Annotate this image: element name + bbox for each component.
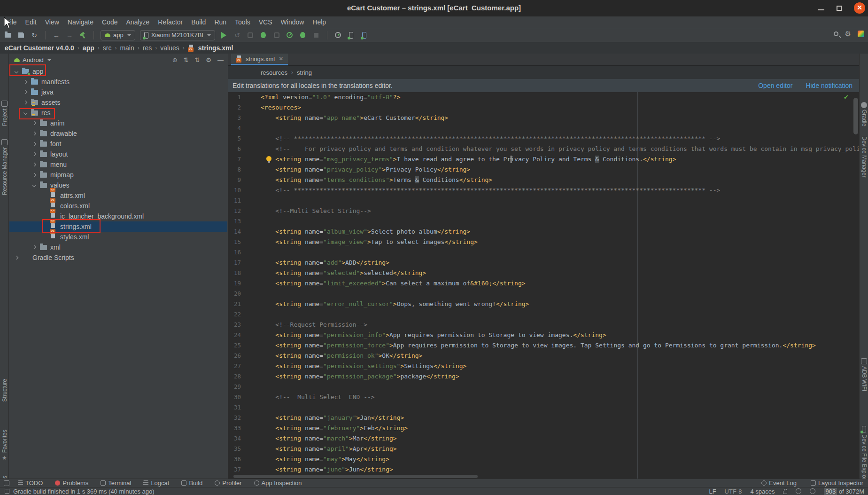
code-line[interactable]: 30 <!-- Multi Select END --> [228,392,859,402]
menu-build[interactable]: Build [187,18,210,26]
notification-action-hide-notification[interactable]: Hide notification [806,82,852,89]
menu-run[interactable]: Run [210,18,231,26]
code-line[interactable]: 28 <string name="permission_package">pac… [228,371,859,382]
sidebar-item-device-file-explorer[interactable]: Device File Explorer [860,426,868,485]
tree-item-colors.xml[interactable]: <>colors.xml [9,201,227,211]
device-select[interactable]: Xiaomi M2101K7BI [140,30,215,40]
profile-icon[interactable] [286,31,294,39]
notification-action-open-editor[interactable]: Open editor [758,82,792,89]
code-line[interactable]: 36 <string name="may">May</string> [228,454,859,464]
sync-gradle-icon[interactable] [334,31,342,39]
inspections-level-icon[interactable] [796,488,801,494]
toolwindow-profiler[interactable]: Profiler [215,479,241,487]
tree-item-values[interactable]: values [9,180,227,190]
breadcrumb-segment[interactable]: values [160,44,179,52]
toolwindow-layout-inspector[interactable]: Layout Inspector [811,479,863,487]
tree-item-attrs.xml[interactable]: <>attrs.xml [9,190,227,201]
expand-all-icon[interactable]: ⇅ [184,56,189,63]
whats-new-icon[interactable] [858,31,864,37]
tree-item-styles.xml[interactable]: <>styles.xml [9,232,227,242]
maximize-button[interactable] [837,6,842,11]
code-line[interactable]: 3 <string name="app_name">eCart Customer… [228,113,859,123]
toolwindow-todo[interactable]: TODO [18,479,43,487]
code-line[interactable]: 24 <string name="permission_info">App re… [228,330,859,340]
sdk-manager-icon[interactable] [360,31,369,39]
code-line[interactable]: 33 <string name="february">Feb</string> [228,423,859,433]
expand-arrow-icon[interactable] [32,132,36,135]
toolwindow-switcher-icon[interactable] [4,480,9,486]
open-icon[interactable] [4,31,12,39]
menu-window[interactable]: Window [277,18,309,26]
code-line[interactable]: 10 <!-- ********************************… [228,185,859,196]
menu-edit[interactable]: Edit [21,18,41,26]
intention-bulb-icon[interactable] [266,156,271,161]
code-line[interactable]: 2<resources> [228,102,859,113]
stop-icon[interactable] [312,31,320,39]
code-line[interactable]: 13 [228,216,859,227]
tree-item-manifests[interactable]: manifests [9,77,227,87]
code-line[interactable]: 15 <string name="image_view">Tap to sele… [228,237,859,247]
menu-tools[interactable]: Tools [231,18,255,26]
lock-icon[interactable] [783,491,787,494]
expand-arrow-icon[interactable] [32,142,36,146]
sidebar-item-structure[interactable]: Structure [0,379,9,402]
panel-settings-icon[interactable]: ⚙ [206,56,211,63]
code-line[interactable]: 16 [228,247,859,258]
toolwindow-logcat[interactable]: Logcat [143,479,169,487]
tree-item-xml[interactable]: xml [9,242,227,252]
code-line[interactable]: 8 <string name="privacy_policy">Privacy … [228,165,859,175]
code-line[interactable]: 17 <string name="add">ADD</string> [228,258,859,268]
sidebar-item-device-manager[interactable]: Device Manager [860,136,868,177]
expand-arrow-icon[interactable] [23,80,27,84]
breadcrumb-segment[interactable]: app [83,44,94,52]
tree-item-assets[interactable]: assets [9,97,227,108]
settings-gear-icon[interactable]: ⚙ [845,30,851,38]
code-line[interactable]: 5 <!-- *********************************… [228,134,859,144]
menu-refactor[interactable]: Refactor [154,18,187,26]
attach-debugger-icon[interactable] [272,31,281,39]
crumb-string[interactable]: string [297,69,312,76]
sidebar-item-favorites[interactable]: Favorites★ [0,430,9,461]
vertical-scrollbar[interactable] [853,98,858,134]
tab-strings-xml[interactable]: <> strings.xml ✕ [231,54,288,65]
menu-code[interactable]: Code [98,18,122,26]
minimize-button[interactable] [818,9,824,10]
tree-item-anim[interactable]: anim [9,118,227,128]
retry-debug-icon[interactable] [299,31,307,39]
code-line[interactable]: 11 [228,196,859,206]
sync-icon[interactable]: ↻ [30,31,39,39]
breadcrumb-segment[interactable]: res [143,44,152,52]
tree-item-java[interactable]: java [9,87,227,97]
code-line[interactable]: 34 <string name="march">Mar</string> [228,433,859,444]
toolwindow-terminal[interactable]: Terminal [101,479,131,487]
code-line[interactable]: 21 <string name="error_null_cursor">Oops… [228,299,859,309]
tree-item-gradle-scripts[interactable]: Gradle Scripts [9,252,227,263]
tree-item-menu[interactable]: menu [9,159,227,170]
apply-changes-icon[interactable]: ↺ [233,31,241,39]
sidebar-item-project[interactable]: Project [0,101,9,126]
debug-icon[interactable] [259,31,268,39]
code-line[interactable]: 19 <string name="limit_exceeded">Can sel… [228,278,859,289]
expand-arrow-icon[interactable] [15,256,18,259]
avd-manager-icon[interactable] [347,31,356,39]
expand-arrow-icon[interactable] [23,101,27,104]
horizontal-scrollbar[interactable] [233,475,478,478]
code-line[interactable]: 20 [228,289,859,299]
code-line[interactable]: 18 <string name="selected">selected</str… [228,268,859,278]
expand-arrow-icon[interactable] [32,152,36,156]
sidebar-item-adb-wifi[interactable]: ADB WIFI [860,358,868,391]
encoding-indicator[interactable]: UTF-8 [725,488,742,495]
code-line[interactable]: 25 <string name="permission_force">App r… [228,340,859,351]
tree-item-layout[interactable]: layout [9,149,227,159]
apply-code-changes-icon[interactable] [246,31,255,39]
code-line[interactable]: 7 <string name="msg_privacy_terms">I hav… [228,154,859,165]
code-line[interactable]: 22 [228,309,859,320]
code-area[interactable]: 1<?xml version="1.0" encoding="utf-8"?>2… [228,92,859,479]
memory-indicator[interactable]: 903 of 3072M [824,488,864,495]
inspections-profile-icon[interactable] [810,488,815,494]
close-button[interactable]: ✕ [854,2,865,14]
code-line[interactable]: 4 [228,123,859,134]
locate-file-icon[interactable]: ⊕ [172,56,178,63]
code-line[interactable]: 35 <string name="april">Apr</string> [228,444,859,454]
menu-analyze[interactable]: Analyze [122,18,154,26]
